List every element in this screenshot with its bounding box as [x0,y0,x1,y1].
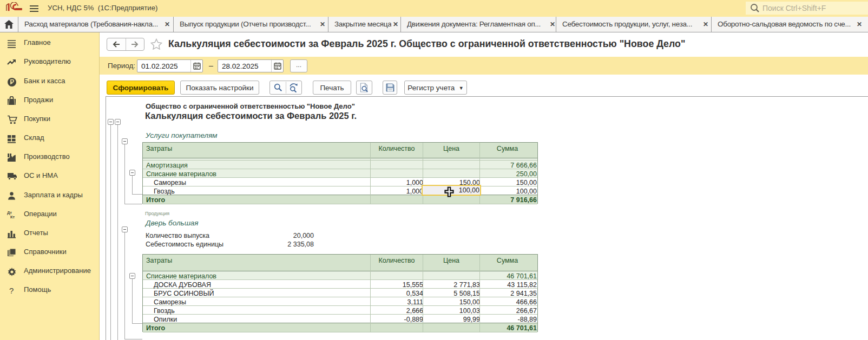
svg-text:Кт: Кт [10,215,15,219]
svg-text:?: ? [9,286,14,295]
